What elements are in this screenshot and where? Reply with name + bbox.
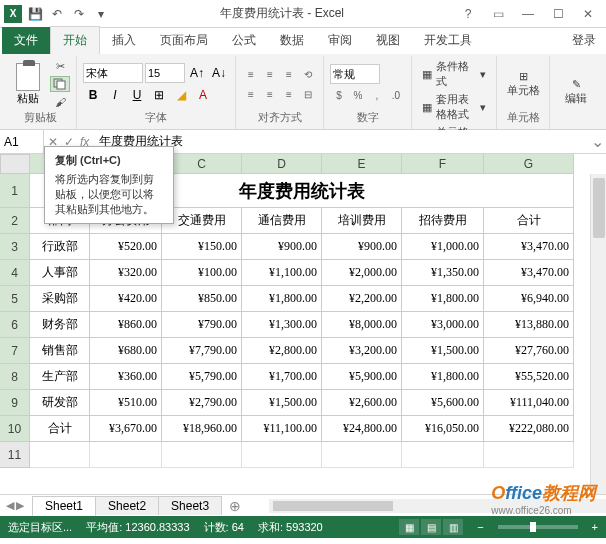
data-cell[interactable]: ¥1,700.00: [242, 364, 322, 390]
shrink-font-button[interactable]: A↓: [209, 63, 229, 83]
data-cell[interactable]: ¥24,800.00: [322, 416, 402, 442]
data-cell[interactable]: ¥1,100.00: [242, 260, 322, 286]
data-cell[interactable]: ¥790.00: [162, 312, 242, 338]
data-cell[interactable]: ¥510.00: [90, 390, 162, 416]
row-header[interactable]: 9: [0, 390, 30, 416]
row-header[interactable]: 8: [0, 364, 30, 390]
help-button[interactable]: ?: [454, 4, 482, 24]
row-header[interactable]: 6: [0, 312, 30, 338]
data-cell[interactable]: ¥18,960.00: [162, 416, 242, 442]
data-cell[interactable]: ¥27,760.00: [484, 338, 574, 364]
page-break-view-button[interactable]: ▥: [443, 519, 463, 535]
row-header[interactable]: 11: [0, 442, 30, 468]
data-cell[interactable]: ¥680.00: [90, 338, 162, 364]
empty-cell[interactable]: [90, 442, 162, 468]
empty-cell[interactable]: [402, 442, 484, 468]
tab-review[interactable]: 审阅: [316, 27, 364, 54]
bold-button[interactable]: B: [83, 85, 103, 105]
data-cell[interactable]: 合计: [30, 416, 90, 442]
underline-button[interactable]: U: [127, 85, 147, 105]
data-cell[interactable]: ¥5,600.00: [402, 390, 484, 416]
data-cell[interactable]: 销售部: [30, 338, 90, 364]
data-cell[interactable]: ¥2,790.00: [162, 390, 242, 416]
border-button[interactable]: ⊞: [149, 85, 169, 105]
tab-formulas[interactable]: 公式: [220, 27, 268, 54]
sheet-tab-1[interactable]: Sheet1: [32, 496, 96, 516]
row-header[interactable]: 10: [0, 416, 30, 442]
align-top-button[interactable]: ≡: [242, 65, 260, 83]
tab-layout[interactable]: 页面布局: [148, 27, 220, 54]
hscroll-thumb[interactable]: [273, 501, 393, 511]
ribbon-options-button[interactable]: ▭: [484, 4, 512, 24]
data-cell[interactable]: 研发部: [30, 390, 90, 416]
data-cell[interactable]: ¥1,500.00: [242, 390, 322, 416]
percent-button[interactable]: %: [349, 86, 367, 104]
number-format-select[interactable]: [330, 64, 380, 84]
header-cell[interactable]: 通信费用: [242, 208, 322, 234]
sheet-tab-3[interactable]: Sheet3: [158, 496, 222, 515]
maximize-button[interactable]: ☐: [544, 4, 572, 24]
column-header[interactable]: G: [484, 154, 574, 174]
undo-icon[interactable]: ↶: [48, 5, 66, 23]
data-cell[interactable]: ¥11,100.00: [242, 416, 322, 442]
data-cell[interactable]: ¥3,000.00: [402, 312, 484, 338]
table-format-button[interactable]: ▦套用表格格式▾: [418, 91, 490, 123]
normal-view-button[interactable]: ▦: [399, 519, 419, 535]
font-size-select[interactable]: [145, 63, 185, 83]
data-cell[interactable]: ¥7,790.00: [162, 338, 242, 364]
name-box[interactable]: A1: [0, 130, 44, 153]
header-cell[interactable]: 交通费用: [162, 208, 242, 234]
data-cell[interactable]: ¥5,900.00: [322, 364, 402, 390]
empty-cell[interactable]: [162, 442, 242, 468]
font-color-button[interactable]: A: [193, 85, 213, 105]
data-cell[interactable]: ¥3,670.00: [90, 416, 162, 442]
data-cell[interactable]: ¥520.00: [90, 234, 162, 260]
data-cell[interactable]: ¥100.00: [162, 260, 242, 286]
cut-button[interactable]: ✂: [50, 58, 70, 74]
align-bottom-button[interactable]: ≡: [280, 65, 298, 83]
tab-developer[interactable]: 开发工具: [412, 27, 484, 54]
data-cell[interactable]: ¥8,000.00: [322, 312, 402, 338]
select-all-corner[interactable]: [0, 154, 30, 174]
data-cell[interactable]: ¥1,800.00: [402, 364, 484, 390]
data-cell[interactable]: ¥13,880.00: [484, 312, 574, 338]
data-cell[interactable]: 生产部: [30, 364, 90, 390]
redo-icon[interactable]: ↷: [70, 5, 88, 23]
data-cell[interactable]: ¥16,050.00: [402, 416, 484, 442]
tab-insert[interactable]: 插入: [100, 27, 148, 54]
data-cell[interactable]: ¥222,080.00: [484, 416, 574, 442]
comma-button[interactable]: ,: [368, 86, 386, 104]
save-icon[interactable]: 💾: [26, 5, 44, 23]
zoom-in-button[interactable]: +: [592, 521, 598, 533]
vscroll-thumb[interactable]: [593, 178, 605, 238]
tab-file[interactable]: 文件: [2, 27, 50, 54]
data-cell[interactable]: ¥900.00: [242, 234, 322, 260]
align-center-button[interactable]: ≡: [261, 85, 279, 103]
data-cell[interactable]: ¥2,200.00: [322, 286, 402, 312]
data-cell[interactable]: ¥111,040.00: [484, 390, 574, 416]
data-cell[interactable]: ¥1,300.00: [242, 312, 322, 338]
column-header[interactable]: F: [402, 154, 484, 174]
header-cell[interactable]: 培训费用: [322, 208, 402, 234]
conditional-format-button[interactable]: ▦条件格式▾: [418, 58, 490, 90]
close-button[interactable]: ✕: [574, 4, 602, 24]
data-cell[interactable]: ¥5,790.00: [162, 364, 242, 390]
row-header[interactable]: 2: [0, 208, 30, 234]
data-cell[interactable]: ¥2,600.00: [322, 390, 402, 416]
fill-color-button[interactable]: ◢: [171, 85, 191, 105]
page-layout-view-button[interactable]: ▤: [421, 519, 441, 535]
row-header[interactable]: 1: [0, 174, 30, 208]
row-header[interactable]: 5: [0, 286, 30, 312]
cells-button[interactable]: ⊞ 单元格: [503, 70, 543, 98]
data-cell[interactable]: ¥850.00: [162, 286, 242, 312]
paste-button[interactable]: 粘贴: [10, 59, 46, 109]
merge-button[interactable]: ⊟: [299, 85, 317, 103]
column-header[interactable]: C: [162, 154, 242, 174]
header-cell[interactable]: 招待费用: [402, 208, 484, 234]
zoom-slider[interactable]: [498, 525, 578, 529]
sheet-tab-2[interactable]: Sheet2: [95, 496, 159, 515]
row-header[interactable]: 7: [0, 338, 30, 364]
header-cell[interactable]: 合计: [484, 208, 574, 234]
empty-cell[interactable]: [30, 442, 90, 468]
zoom-thumb[interactable]: [530, 522, 536, 532]
